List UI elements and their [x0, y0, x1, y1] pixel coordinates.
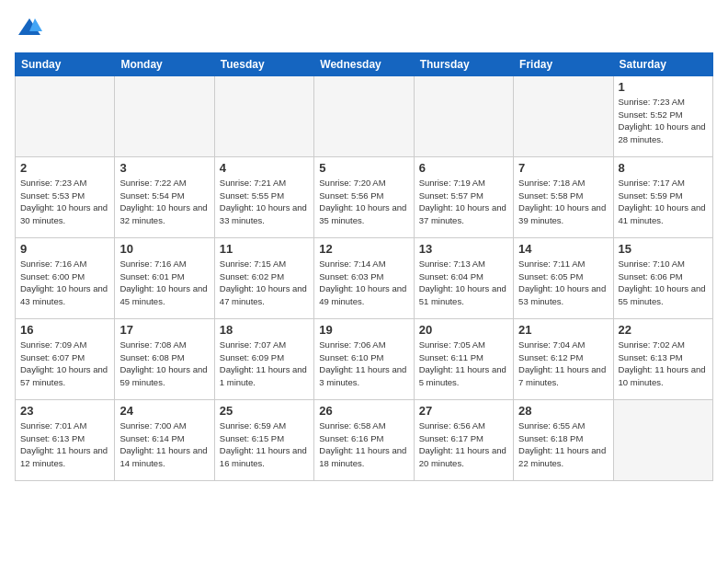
day-number: 19 [319, 323, 408, 337]
day-info: Sunrise: 7:16 AM Sunset: 6:00 PM Dayligh… [20, 258, 109, 308]
day-number: 20 [419, 323, 508, 337]
calendar-cell: 8Sunrise: 7:17 AM Sunset: 5:59 PM Daylig… [613, 156, 712, 237]
day-info: Sunrise: 7:18 AM Sunset: 5:58 PM Dayligh… [518, 177, 608, 227]
day-number: 10 [119, 242, 209, 256]
calendar-cell [514, 75, 613, 156]
calendar-cell: 27Sunrise: 6:56 AM Sunset: 6:17 PM Dayli… [414, 399, 513, 480]
day-info: Sunrise: 7:17 AM Sunset: 5:59 PM Dayligh… [619, 177, 708, 227]
calendar-cell [115, 75, 214, 156]
calendar-cell: 18Sunrise: 7:07 AM Sunset: 6:09 PM Dayli… [214, 318, 313, 399]
calendar-cell: 22Sunrise: 7:02 AM Sunset: 6:13 PM Dayli… [613, 318, 712, 399]
calendar-cell: 2Sunrise: 7:23 AM Sunset: 5:53 PM Daylig… [16, 156, 115, 237]
calendar-cell: 25Sunrise: 6:59 AM Sunset: 6:15 PM Dayli… [214, 399, 313, 480]
day-info: Sunrise: 6:55 AM Sunset: 6:18 PM Dayligh… [518, 419, 608, 470]
calendar-cell: 7Sunrise: 7:18 AM Sunset: 5:58 PM Daylig… [514, 156, 613, 237]
day-number: 9 [20, 242, 109, 256]
day-info: Sunrise: 7:08 AM Sunset: 6:08 PM Dayligh… [119, 339, 209, 389]
day-info: Sunrise: 7:19 AM Sunset: 5:57 PM Dayligh… [419, 177, 508, 227]
calendar-cell: 21Sunrise: 7:04 AM Sunset: 6:12 PM Dayli… [514, 318, 613, 399]
day-number: 14 [518, 242, 608, 256]
calendar-cell: 19Sunrise: 7:06 AM Sunset: 6:10 PM Dayli… [314, 318, 414, 399]
day-number: 16 [20, 323, 109, 337]
day-info: Sunrise: 7:23 AM Sunset: 5:53 PM Dayligh… [20, 177, 109, 227]
day-info: Sunrise: 7:21 AM Sunset: 5:55 PM Dayligh… [220, 177, 309, 227]
day-info: Sunrise: 7:01 AM Sunset: 6:13 PM Dayligh… [20, 419, 109, 470]
day-number: 22 [619, 323, 708, 337]
day-info: Sunrise: 7:22 AM Sunset: 5:54 PM Dayligh… [119, 177, 209, 227]
day-info: Sunrise: 7:23 AM Sunset: 5:52 PM Dayligh… [619, 96, 708, 146]
day-info: Sunrise: 7:13 AM Sunset: 6:04 PM Dayligh… [419, 258, 508, 308]
day-info: Sunrise: 6:58 AM Sunset: 6:16 PM Dayligh… [319, 419, 408, 470]
day-number: 17 [119, 323, 209, 337]
calendar-cell: 20Sunrise: 7:05 AM Sunset: 6:11 PM Dayli… [414, 318, 513, 399]
calendar-week-row: 16Sunrise: 7:09 AM Sunset: 6:07 PM Dayli… [16, 318, 713, 399]
weekday-header: Wednesday [314, 52, 414, 75]
day-info: Sunrise: 7:04 AM Sunset: 6:12 PM Dayligh… [518, 339, 608, 389]
day-number: 21 [518, 323, 608, 337]
day-number: 7 [518, 161, 608, 175]
weekday-header: Saturday [613, 52, 712, 75]
day-number: 12 [319, 242, 408, 256]
day-info: Sunrise: 7:20 AM Sunset: 5:56 PM Dayligh… [319, 177, 408, 227]
day-number: 5 [319, 161, 408, 175]
day-info: Sunrise: 7:11 AM Sunset: 6:05 PM Dayligh… [518, 258, 608, 308]
calendar-cell: 11Sunrise: 7:15 AM Sunset: 6:02 PM Dayli… [214, 237, 313, 318]
calendar-cell: 1Sunrise: 7:23 AM Sunset: 5:52 PM Daylig… [613, 75, 712, 156]
day-number: 15 [619, 242, 708, 256]
calendar-cell: 14Sunrise: 7:11 AM Sunset: 6:05 PM Dayli… [514, 237, 613, 318]
day-info: Sunrise: 7:09 AM Sunset: 6:07 PM Dayligh… [20, 339, 109, 389]
day-number: 6 [419, 161, 508, 175]
logo [15, 15, 42, 45]
day-info: Sunrise: 7:00 AM Sunset: 6:14 PM Dayligh… [119, 419, 209, 470]
calendar-cell: 4Sunrise: 7:21 AM Sunset: 5:55 PM Daylig… [214, 156, 313, 237]
day-number: 27 [419, 404, 508, 418]
calendar-cell: 5Sunrise: 7:20 AM Sunset: 5:56 PM Daylig… [314, 156, 414, 237]
day-info: Sunrise: 7:16 AM Sunset: 6:01 PM Dayligh… [119, 258, 209, 308]
day-number: 2 [20, 161, 109, 175]
calendar-cell: 17Sunrise: 7:08 AM Sunset: 6:08 PM Dayli… [115, 318, 214, 399]
calendar-cell: 3Sunrise: 7:22 AM Sunset: 5:54 PM Daylig… [115, 156, 214, 237]
day-info: Sunrise: 7:02 AM Sunset: 6:13 PM Dayligh… [619, 339, 708, 389]
day-info: Sunrise: 7:06 AM Sunset: 6:10 PM Dayligh… [319, 339, 408, 389]
day-number: 11 [220, 242, 309, 256]
day-info: Sunrise: 7:14 AM Sunset: 6:03 PM Dayligh… [319, 258, 408, 308]
day-number: 26 [319, 404, 408, 418]
day-number: 25 [220, 404, 309, 418]
day-number: 3 [119, 161, 209, 175]
day-info: Sunrise: 6:56 AM Sunset: 6:17 PM Dayligh… [419, 419, 508, 470]
calendar-week-row: 1Sunrise: 7:23 AM Sunset: 5:52 PM Daylig… [16, 75, 713, 156]
calendar-cell [16, 75, 115, 156]
day-number: 23 [20, 404, 109, 418]
weekday-header: Monday [115, 52, 214, 75]
calendar-cell: 16Sunrise: 7:09 AM Sunset: 6:07 PM Dayli… [16, 318, 115, 399]
day-info: Sunrise: 7:07 AM Sunset: 6:09 PM Dayligh… [220, 339, 309, 389]
day-number: 4 [220, 161, 309, 175]
calendar-cell: 23Sunrise: 7:01 AM Sunset: 6:13 PM Dayli… [16, 399, 115, 480]
calendar-table: SundayMondayTuesdayWednesdayThursdayFrid… [15, 52, 713, 481]
day-number: 13 [419, 242, 508, 256]
page-header [15, 15, 713, 45]
calendar-cell: 13Sunrise: 7:13 AM Sunset: 6:04 PM Dayli… [414, 237, 513, 318]
calendar-cell: 15Sunrise: 7:10 AM Sunset: 6:06 PM Dayli… [613, 237, 712, 318]
calendar-cell [314, 75, 414, 156]
calendar-week-row: 9Sunrise: 7:16 AM Sunset: 6:00 PM Daylig… [16, 237, 713, 318]
day-number: 1 [619, 80, 708, 94]
day-number: 28 [518, 404, 608, 418]
weekday-header: Sunday [16, 52, 115, 75]
calendar-cell [414, 75, 513, 156]
calendar-cell: 28Sunrise: 6:55 AM Sunset: 6:18 PM Dayli… [514, 399, 613, 480]
day-number: 24 [119, 404, 209, 418]
calendar-cell: 9Sunrise: 7:16 AM Sunset: 6:00 PM Daylig… [16, 237, 115, 318]
day-info: Sunrise: 6:59 AM Sunset: 6:15 PM Dayligh… [220, 419, 309, 470]
calendar-cell: 12Sunrise: 7:14 AM Sunset: 6:03 PM Dayli… [314, 237, 414, 318]
calendar-cell [214, 75, 313, 156]
weekday-header: Friday [514, 52, 613, 75]
calendar-week-row: 23Sunrise: 7:01 AM Sunset: 6:13 PM Dayli… [16, 399, 713, 480]
day-info: Sunrise: 7:10 AM Sunset: 6:06 PM Dayligh… [619, 258, 708, 308]
weekday-header-row: SundayMondayTuesdayWednesdayThursdayFrid… [16, 52, 713, 75]
day-number: 18 [220, 323, 309, 337]
day-info: Sunrise: 7:05 AM Sunset: 6:11 PM Dayligh… [419, 339, 508, 389]
logo-icon [17, 15, 42, 40]
calendar-cell: 6Sunrise: 7:19 AM Sunset: 5:57 PM Daylig… [414, 156, 513, 237]
weekday-header: Thursday [414, 52, 513, 75]
